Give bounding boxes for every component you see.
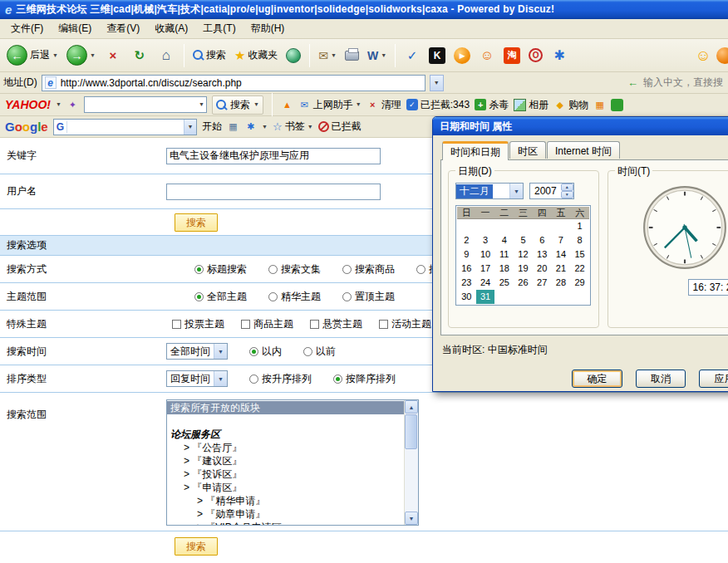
menu-help[interactable]: 帮助(H) (243, 19, 293, 38)
google-go-button[interactable]: 开始 (202, 120, 222, 134)
menu-file[interactable]: 文件(F) (3, 19, 51, 38)
calendar-day[interactable]: 31 (476, 290, 495, 304)
window-titlebar[interactable]: e 三维网技术论坛 三维|cad|机械|汽车|技术|catia|pro/e|ug… (0, 0, 728, 19)
media-play-plugin-button[interactable]: ▶ (450, 46, 474, 66)
dropdown-select[interactable]: 回复时间▼ (166, 370, 228, 387)
calendar-day[interactable]: 3 (476, 233, 495, 247)
tab-timezone[interactable]: 时区 (509, 141, 546, 159)
scope-listbox[interactable]: 搜索所有开放的版块 论坛服务区> 『公告厅』> 『建议区』> 『投诉区』> 『申… (166, 399, 419, 526)
google-search-input[interactable] (67, 120, 184, 135)
username-input[interactable] (166, 184, 381, 200)
search-submit-button-bottom[interactable]: 搜索 (175, 537, 218, 556)
calendar-day[interactable]: 2 (457, 233, 476, 247)
radio-option-按升序排列[interactable]: 按升序排列 (249, 372, 312, 386)
list-item[interactable] (167, 414, 404, 428)
forward-button[interactable]: → ▼ (63, 43, 99, 67)
sogou-plugin-button[interactable]: ☺ (475, 46, 499, 66)
scroll-down-button[interactable]: ▼ (405, 512, 418, 525)
g-button[interactable]: G (54, 121, 67, 133)
calendar-day[interactable]: 16 (457, 262, 476, 276)
dialog-titlebar[interactable]: 日期和时间 属性 (433, 117, 728, 135)
calendar-day[interactable]: 20 (533, 262, 552, 276)
month-select[interactable]: 十二月 ▼ (455, 183, 524, 199)
taobao-plugin-button[interactable]: 淘 (500, 46, 524, 66)
list-item[interactable]: > 『公告厅』 (167, 441, 404, 454)
scroll-thumb[interactable] (405, 414, 417, 449)
list-item[interactable]: > 『投诉区』 (167, 468, 404, 481)
google-search-box[interactable]: G ▼ (53, 119, 197, 135)
home-button[interactable]: ⌂ (154, 45, 179, 66)
radio-option-全部主题[interactable]: 全部主题 (194, 290, 247, 304)
apply-button[interactable]: 应用 (699, 370, 728, 388)
tab-internet-time[interactable]: Internet 时间 (547, 141, 620, 159)
blocked-counter[interactable]: ✓ 已拦截:343 (406, 98, 470, 112)
spin-up-button[interactable]: ▲ (561, 184, 573, 191)
cancel-button[interactable]: 取消 (636, 370, 686, 388)
calendar-day[interactable]: 29 (570, 276, 589, 290)
calendar-day[interactable]: 4 (494, 233, 514, 247)
radio-option-置顶主题[interactable]: 置顶主题 (342, 290, 395, 304)
antivirus-button[interactable]: + 杀毒 (475, 98, 509, 112)
yahoo-services-icon[interactable]: ✦ (66, 99, 79, 111)
refresh-button[interactable]: ↻ (127, 45, 152, 66)
calendar-day[interactable]: 8 (570, 233, 589, 247)
list-item[interactable]: > 『申请区』 (167, 481, 404, 494)
radio-option-搜索文集[interactable]: 搜索文集 (268, 262, 321, 277)
list-item[interactable]: > 『勋章申请』 (167, 507, 404, 521)
shopping-button[interactable]: ◆ 购物 (553, 98, 588, 112)
yahoo-search-button[interactable]: 搜索 ▼ (212, 95, 263, 115)
favorites-button[interactable]: ★ 收藏夹 (231, 47, 281, 65)
bookmarks-button[interactable]: ☆ 书签 ▼ (273, 120, 313, 134)
checkbox-option-悬赏主题[interactable]: 悬赏主题 (310, 317, 362, 331)
popup-blocked-button[interactable]: 已拦截 (318, 120, 362, 134)
stop-button[interactable]: × (101, 45, 125, 66)
calendar-day[interactable]: 27 (533, 276, 552, 290)
calendar-day[interactable]: 19 (514, 262, 533, 276)
back-button[interactable]: ← 后退 ▼ (3, 43, 61, 67)
calendar-day[interactable]: 26 (514, 276, 533, 290)
menu-favorites[interactable]: 收藏(A) (147, 19, 195, 38)
calendar-day[interactable]: 25 (494, 276, 514, 290)
list-item[interactable]: 搜索所有开放的版块 (167, 401, 404, 414)
scroll-up-button[interactable]: ▲ (405, 400, 418, 414)
flame-icon[interactable]: ▲ (281, 99, 293, 111)
year-spinner[interactable]: 2007 ▲ ▼ (529, 183, 574, 199)
calendar-day[interactable]: 17 (476, 262, 495, 276)
checkbox-option-活动主题[interactable]: 活动主题 (379, 317, 431, 331)
opera-plugin-button[interactable]: O (525, 47, 546, 64)
media-button[interactable] (283, 47, 304, 65)
calendar-day[interactable]: 13 (533, 247, 552, 262)
google-search-dropdown[interactable]: ▼ (184, 120, 196, 135)
time-field[interactable]: 16: 37: 28 (688, 279, 728, 296)
calendar-day[interactable]: 11 (494, 247, 514, 262)
list-item[interactable]: > 『建议区』 (167, 454, 404, 468)
die-icon[interactable]: ▦ (227, 120, 239, 133)
keyword-input[interactable] (166, 148, 381, 164)
radio-option-搜索商品[interactable]: 搜索商品 (342, 262, 395, 277)
radio-option-按降序排列[interactable]: 按降序排列 (333, 372, 396, 386)
calendar-day[interactable]: 30 (457, 290, 476, 304)
gear-plugin-button[interactable]: ✱ (548, 46, 571, 66)
calendar-day[interactable]: 6 (533, 233, 552, 247)
checkbox-option-投票主题[interactable]: 投票主题 (172, 317, 224, 331)
clipped-plugin-icon[interactable] (716, 47, 728, 64)
clean-button[interactable]: × 清理 (366, 98, 401, 112)
calendar-day[interactable]: 9 (457, 247, 476, 262)
list-item[interactable]: > 『精华申请』 (167, 494, 404, 507)
list-item[interactable]: > 『VIP会员申请区』 (167, 521, 404, 525)
checkbox-option-商品主题[interactable]: 商品主题 (241, 317, 293, 331)
calendar-day[interactable]: 22 (570, 262, 589, 276)
menu-edit[interactable]: 编辑(E) (51, 19, 99, 38)
menu-view[interactable]: 查看(V) (99, 19, 147, 38)
listbox-scrollbar[interactable]: ▲ ▼ (404, 400, 418, 525)
calendar-day[interactable]: 1 (570, 219, 589, 233)
radio-option-标题搜索[interactable]: 标题搜索 (194, 262, 247, 277)
print-button[interactable] (342, 49, 362, 62)
search-toolbar-button[interactable]: 搜索 (189, 47, 229, 64)
k-plugin-button[interactable]: K (425, 46, 449, 66)
tab-date-time[interactable]: 时间和日期 (442, 141, 509, 160)
settings-gear-icon[interactable]: ✱ (244, 120, 257, 133)
calendar-day[interactable]: 18 (494, 262, 514, 276)
radio-option-以内[interactable]: 以内 (249, 345, 282, 359)
radio-option-以前[interactable]: 以前 (303, 345, 336, 359)
